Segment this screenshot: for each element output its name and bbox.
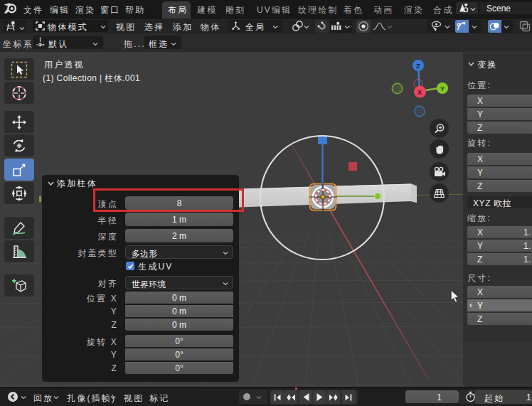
svg-text:X: X xyxy=(417,89,422,96)
svg-text:Z: Z xyxy=(416,63,420,70)
svg-text:Y: Y xyxy=(440,85,445,92)
